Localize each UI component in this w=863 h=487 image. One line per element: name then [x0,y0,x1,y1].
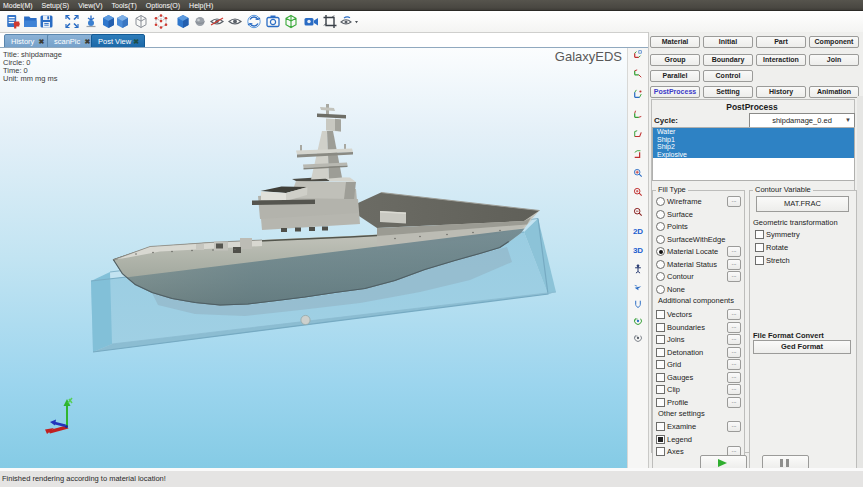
svg-text:2D: 2D [633,227,643,236]
svg-text:Unit: mm mg ms: Unit: mm mg ms [3,74,58,83]
svg-text:GalaxyEDS: GalaxyEDS [555,49,623,64]
svg-text:3D: 3D [633,246,643,255]
